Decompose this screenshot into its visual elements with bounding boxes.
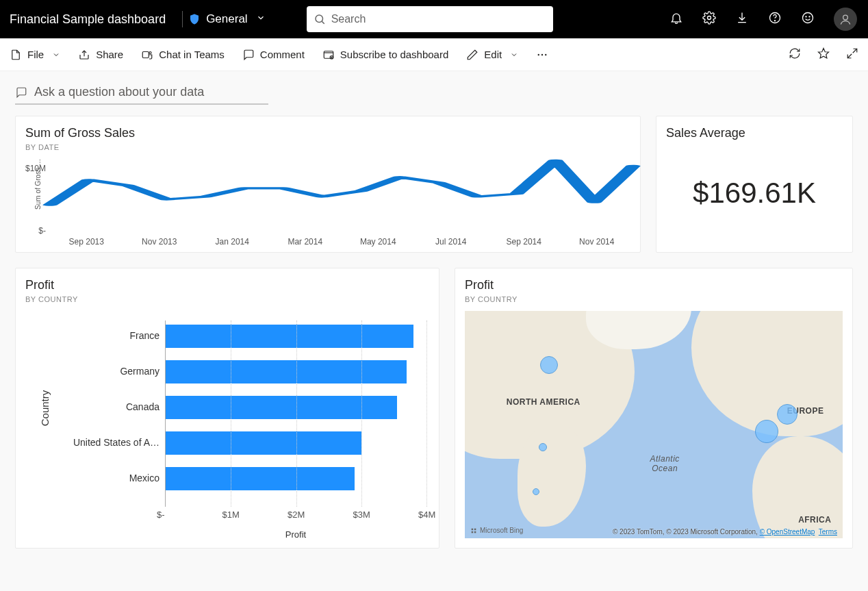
- edit-label: Edit: [484, 49, 502, 60]
- x-tick: Sep 2013: [50, 237, 123, 248]
- search-icon: [314, 13, 326, 25]
- x-tick: May 2014: [342, 237, 415, 248]
- share-button[interactable]: Share: [78, 49, 123, 61]
- map-bubble-france[interactable]: [755, 420, 778, 443]
- map-canvas[interactable]: NORTH AMERICA EUROPE AFRICA Atlantic Oce…: [465, 311, 843, 538]
- x-tick: $3M: [353, 510, 370, 520]
- dashboard-grid: Sum of Gross Sales BY DATE Sum of Gross …: [0, 113, 868, 564]
- map-label-af: AFRICA: [798, 515, 831, 525]
- map-label-na: NORTH AMERICA: [507, 397, 580, 407]
- x-tick: $1M: [222, 510, 240, 520]
- svg-point-15: [541, 53, 543, 55]
- qa-input[interactable]: Ask a question about your data: [15, 85, 268, 105]
- sensitivity-chevron-icon[interactable]: [256, 13, 266, 25]
- notifications-icon[interactable]: [669, 11, 683, 27]
- subscribe-icon: [322, 49, 335, 61]
- more-horizontal-icon: [536, 49, 548, 61]
- favorite-star-button[interactable]: [817, 47, 830, 62]
- more-options-button[interactable]: [536, 49, 548, 61]
- osm-link[interactable]: © OpenStreetMap: [760, 528, 815, 536]
- map-bubble-germany[interactable]: [777, 404, 797, 425]
- tile-subtitle: BY DATE: [25, 143, 630, 151]
- fullscreen-button[interactable]: [846, 47, 858, 62]
- x-tick: $2M: [288, 510, 305, 520]
- bar-segment[interactable]: [166, 467, 355, 490]
- header-right-actions: [669, 8, 863, 31]
- tile-gross-sales-line[interactable]: Sum of Gross Sales BY DATE Sum of Gross …: [15, 116, 641, 253]
- account-avatar[interactable]: [834, 8, 857, 31]
- bar-segment[interactable]: [166, 431, 361, 455]
- svg-line-18: [853, 49, 857, 53]
- svg-point-5: [803, 13, 813, 23]
- svg-rect-22: [472, 531, 474, 533]
- settings-gear-icon[interactable]: [702, 11, 716, 27]
- search-placeholder: Search: [331, 13, 366, 25]
- svg-point-2: [708, 16, 711, 20]
- svg-point-16: [545, 53, 546, 55]
- bar-x-axis-title: Profit: [165, 529, 426, 540]
- bar-segment[interactable]: [166, 396, 397, 419]
- tile-profit-bar[interactable]: Profit BY COUNTRY Country $-$1M$2M$3M$4M…: [15, 268, 439, 549]
- bar-category-label: Mexico: [23, 473, 159, 483]
- search-box[interactable]: Search: [307, 6, 553, 32]
- terms-link[interactable]: Terms: [819, 528, 837, 536]
- bar-segment[interactable]: [166, 360, 407, 383]
- refresh-button[interactable]: [789, 47, 801, 62]
- tile-subtitle: BY COUNTRY: [465, 295, 843, 303]
- bar-category-label: France: [23, 330, 159, 341]
- bing-logo: Microsoft Bing: [470, 527, 523, 534]
- bar-x-axis: $-$1M$2M$3M$4M: [165, 510, 426, 522]
- svg-point-7: [809, 16, 810, 17]
- chat-label: Chat in Teams: [159, 49, 225, 60]
- help-icon[interactable]: [768, 11, 782, 27]
- edit-menu[interactable]: Edit: [466, 49, 518, 61]
- tile-title: Profit: [465, 278, 843, 292]
- svg-rect-21: [474, 528, 476, 530]
- svg-line-19: [847, 54, 852, 58]
- command-bar: File Share Chat in Teams Comment Subscri…: [0, 38, 868, 71]
- tile-sales-average-kpi[interactable]: Sales Average $169.61K: [656, 116, 853, 253]
- svg-point-0: [316, 15, 323, 23]
- kpi-value: $169.61K: [693, 177, 816, 210]
- y-tick: $10M: [25, 164, 46, 173]
- file-icon: [10, 49, 22, 61]
- gridline: [426, 320, 427, 507]
- sensitivity-label[interactable]: General: [206, 12, 247, 26]
- x-tick: Nov 2013: [123, 237, 196, 248]
- app-header: Financial Sample dashboard General Searc…: [0, 0, 868, 38]
- download-icon[interactable]: [735, 11, 749, 27]
- teams-icon: [141, 49, 153, 61]
- svg-point-6: [806, 16, 806, 17]
- comment-label: Comment: [260, 49, 305, 60]
- dashboard-title: Financial Sample dashboard: [5, 12, 177, 27]
- file-menu[interactable]: File: [10, 49, 60, 61]
- chevron-down-icon: [510, 51, 518, 59]
- bar-plot-area: [165, 320, 426, 507]
- svg-point-11: [149, 51, 151, 53]
- feedback-smile-icon[interactable]: [801, 11, 815, 27]
- sensitivity-shield-icon: [188, 13, 201, 25]
- bar-segment[interactable]: [166, 325, 413, 348]
- subscribe-button[interactable]: Subscribe to dashboard: [322, 49, 448, 61]
- x-tick: Mar 2014: [269, 237, 342, 248]
- line-series: [50, 152, 633, 236]
- map-label-ocean: Atlantic Ocean: [650, 454, 679, 473]
- bar-category-label: Germany: [23, 366, 159, 377]
- share-icon: [78, 49, 90, 61]
- x-tick: $4M: [418, 510, 435, 520]
- tile-title: Sales Average: [666, 126, 843, 140]
- svg-point-14: [538, 53, 539, 55]
- tile-title: Sum of Gross Sales: [25, 126, 630, 140]
- svg-line-1: [322, 21, 324, 23]
- landmass-eu: [691, 311, 843, 436]
- chat-teams-button[interactable]: Chat in Teams: [141, 49, 225, 61]
- qa-placeholder: Ask a question about your data: [34, 85, 204, 99]
- tile-title: Profit: [25, 278, 429, 292]
- y-tick: $-: [38, 226, 46, 236]
- landmass-central: [518, 425, 585, 527]
- x-tick: Nov 2014: [561, 237, 634, 248]
- comment-button[interactable]: Comment: [242, 49, 305, 61]
- map-bubble-usa[interactable]: [539, 443, 547, 451]
- tile-profit-map[interactable]: Profit BY COUNTRY NORTH AMERICA EUROPE A…: [455, 268, 853, 549]
- line-x-axis: Sep 2013Nov 2013Jan 2014Mar 2014May 2014…: [50, 237, 633, 248]
